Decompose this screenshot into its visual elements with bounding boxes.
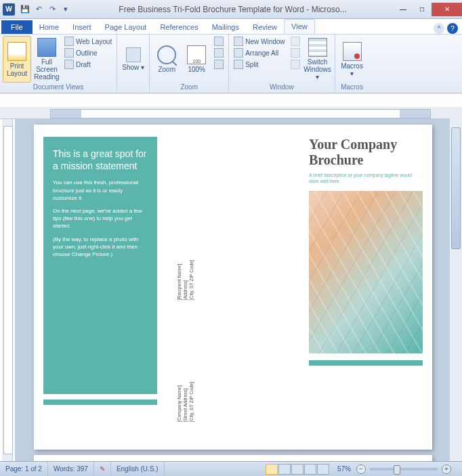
zoom-slider[interactable] (370, 468, 438, 471)
horizontal-ruler[interactable] (30, 107, 438, 119)
group-label-macros: Macros (338, 83, 366, 91)
reset-window-button (289, 59, 302, 70)
full-screen-reading-button[interactable]: Full Screen Reading (33, 36, 61, 83)
split-button[interactable]: Split (232, 59, 287, 70)
show-icon (126, 47, 141, 62)
scroll-thumb[interactable] (451, 127, 461, 249)
macros-button[interactable]: Macros ▾ (338, 36, 366, 83)
web-layout-icon (64, 37, 74, 46)
one-page-button[interactable] (212, 36, 226, 47)
language-indicator[interactable]: English (U.S.) (111, 462, 165, 476)
company-address[interactable]: [Company Name] [Street Address] [City, S… (176, 382, 194, 423)
draft-button[interactable]: Draft (62, 59, 114, 70)
qat-customize-icon[interactable]: ▾ (60, 3, 72, 16)
page-2-peek[interactable] (34, 455, 432, 461)
view-side-by-side-button (289, 36, 302, 47)
title-bar: W 💾 ↶ ↷ ▾ Free Business Tri-Fold Brochur… (0, 0, 462, 19)
save-button[interactable]: 💾 (19, 3, 31, 16)
ribbon: Print Layout Full Screen Reading Web Lay… (0, 35, 462, 93)
page-indicator[interactable]: Page: 1 of 2 (0, 462, 48, 476)
group-zoom: Zoom 100 100% Zoom (150, 35, 229, 93)
vertical-ruler[interactable] (2, 119, 13, 461)
two-pages-button[interactable] (212, 47, 226, 58)
mission-p1[interactable]: You can use this fresh, professional bro… (53, 179, 148, 202)
mission-heading[interactable]: This is a great spot for a mission state… (53, 148, 148, 172)
close-button[interactable]: ✕ (432, 3, 462, 16)
view-print-layout[interactable] (266, 464, 278, 475)
redo-button[interactable]: ↷ (46, 3, 58, 16)
teal-accent-bar-2 (309, 360, 423, 366)
web-layout-button[interactable]: Web Layout (62, 36, 114, 47)
proofing-icon: ✎ (100, 465, 105, 473)
brochure-panel-2[interactable]: [Recipient Name] [Address] [City, ST ZIP… (167, 125, 299, 450)
undo-button[interactable]: ↶ (33, 3, 45, 16)
group-show: Show ▾ Show (117, 35, 150, 93)
tab-page-layout[interactable]: Page Layout (98, 20, 154, 34)
draft-icon (64, 60, 74, 69)
window-title: Free Business Tri-Fold Brochure Template… (72, 5, 394, 14)
file-tab[interactable]: File (1, 20, 33, 34)
tab-home[interactable]: Home (33, 20, 66, 34)
outline-icon (64, 48, 74, 58)
proofing-button[interactable]: ✎ (94, 462, 111, 476)
macros-icon (343, 42, 362, 61)
view-shortcuts (263, 464, 332, 475)
new-window-button[interactable]: New Window (232, 36, 287, 47)
group-label-views: Document Views (3, 83, 114, 91)
tab-references[interactable]: References (153, 20, 205, 34)
brochure-photo[interactable] (309, 191, 423, 353)
outline-button[interactable]: Outline (62, 47, 114, 58)
recipient-address[interactable]: [Recipient Name] [Address] [City, ST ZIP… (176, 260, 194, 301)
tab-view[interactable]: View (284, 19, 315, 34)
brochure-tagline[interactable]: A brief description or your company tagl… (309, 172, 423, 184)
view-full-screen[interactable] (278, 464, 291, 475)
zoom-out-button[interactable]: − (356, 464, 366, 474)
help-icon[interactable]: ? (447, 23, 458, 34)
page-width-icon (214, 60, 224, 69)
tab-review[interactable]: Review (246, 20, 284, 34)
mission-p2[interactable]: On the next page, we've added a few tips… (53, 207, 148, 230)
reset-window-icon (291, 60, 300, 69)
status-bar: Page: 1 of 2 Words: 397 ✎ English (U.S.)… (0, 461, 462, 476)
page-width-button[interactable] (212, 59, 226, 70)
tab-insert[interactable]: Insert (66, 20, 98, 34)
maximize-button[interactable]: □ (413, 3, 432, 16)
mission-statement-box[interactable]: This is a great spot for a mission state… (43, 137, 157, 394)
view-web[interactable] (291, 464, 303, 475)
view-outline[interactable] (304, 464, 316, 475)
tab-mailings[interactable]: Mailings (205, 20, 246, 34)
document-workspace[interactable]: This is a great spot for a mission state… (15, 119, 450, 461)
zoom-level[interactable]: 57% (332, 462, 356, 476)
print-layout-button[interactable]: Print Layout (3, 36, 31, 83)
mission-p3[interactable]: (By the way, to replace a photo with you… (53, 236, 148, 259)
view-draft[interactable] (317, 464, 329, 475)
quick-access-toolbar: 💾 ↶ ↷ ▾ (19, 3, 72, 16)
zoom-100-button[interactable]: 100 100% (182, 36, 211, 83)
zoom-button[interactable]: Zoom (152, 36, 181, 83)
sync-scroll-icon (291, 48, 300, 58)
group-label-zoom: Zoom (152, 83, 226, 91)
reading-icon (37, 38, 56, 57)
teal-accent-bar-1 (43, 399, 157, 405)
vertical-scrollbar[interactable] (450, 107, 462, 461)
window-controls: — □ ✕ (394, 3, 462, 16)
arrange-all-button[interactable]: Arrange All (232, 47, 287, 58)
hundred-percent-icon: 100 (187, 45, 206, 64)
brochure-panel-3[interactable]: Your Company Brochure A brief descriptio… (299, 125, 432, 450)
ribbon-tabs: File Home Insert Page Layout References … (0, 19, 462, 35)
brochure-panel-1[interactable]: This is a great spot for a mission state… (34, 125, 167, 450)
show-button[interactable]: Show ▾ (120, 36, 146, 83)
page-1[interactable]: This is a great spot for a mission state… (34, 125, 432, 450)
minimize-button[interactable]: — (394, 3, 413, 16)
word-app-icon: W (3, 3, 15, 16)
group-window: New Window Arrange All Split Switch Wind… (229, 35, 335, 93)
group-document-views: Print Layout Full Screen Reading Web Lay… (0, 35, 117, 93)
group-label-window: Window (232, 83, 331, 91)
zoom-in-button[interactable]: + (442, 464, 451, 474)
word-count[interactable]: Words: 397 (48, 462, 94, 476)
minimize-ribbon-icon[interactable]: ^ (434, 23, 444, 34)
switch-windows-button[interactable]: Switch Windows ▾ (303, 36, 332, 83)
brochure-title[interactable]: Your Company Brochure (309, 137, 423, 168)
side-by-side-icon (291, 37, 300, 46)
new-window-icon (234, 37, 243, 46)
